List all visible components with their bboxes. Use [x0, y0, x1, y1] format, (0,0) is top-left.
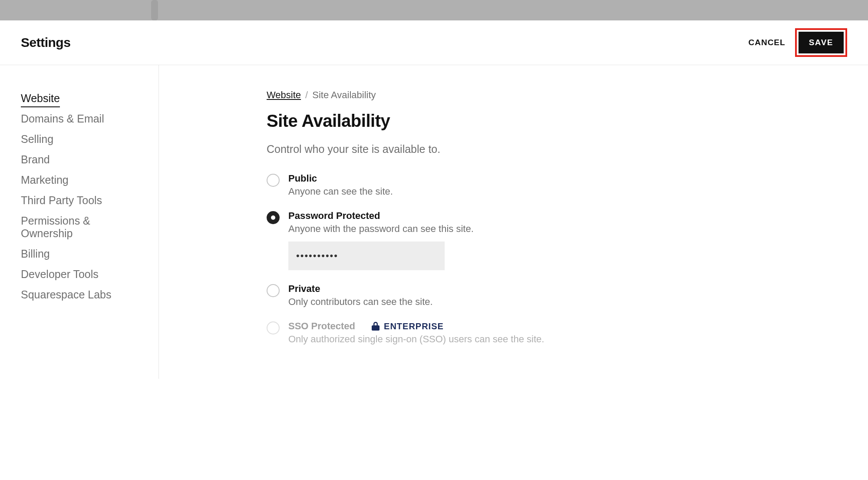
- option-private-title: Private: [288, 283, 611, 295]
- modal-backdrop: [0, 0, 868, 20]
- sidebar-item-selling[interactable]: Selling: [21, 130, 53, 148]
- sidebar-item-billing[interactable]: Billing: [21, 245, 50, 263]
- option-password-title: Password Protected: [288, 210, 611, 222]
- option-sso-title: SSO Protected ENTERPRISE: [288, 321, 611, 332]
- option-password-body: Password Protected Anyone with the passw…: [288, 210, 611, 270]
- lock-icon: [372, 322, 380, 331]
- breadcrumb-root-link[interactable]: Website: [267, 89, 301, 101]
- sidebar-item-developer-tools[interactable]: Developer Tools: [21, 265, 99, 283]
- option-sso-desc: Only authorized single sign-on (SSO) use…: [288, 334, 611, 345]
- sidebar-item-third-party-tools[interactable]: Third Party Tools: [21, 192, 102, 209]
- enterprise-badge-label: ENTERPRISE: [384, 321, 444, 331]
- option-password-protected: Password Protected Anyone with the passw…: [267, 210, 611, 270]
- sidebar-item-permissions-ownership[interactable]: Permissions & Ownership: [21, 212, 138, 242]
- option-public-desc: Anyone can see the site.: [288, 186, 611, 197]
- settings-modal: Settings CANCEL SAVE Website Domains & E…: [0, 20, 868, 379]
- breadcrumb-current: Site Availability: [312, 89, 376, 101]
- option-public-body: Public Anyone can see the site.: [288, 173, 611, 197]
- sidebar-item-brand[interactable]: Brand: [21, 151, 50, 169]
- option-sso-protected: SSO Protected ENTERPRISE Only authorized…: [267, 321, 611, 345]
- radio-password-protected[interactable]: [267, 211, 280, 224]
- save-highlight-box: SAVE: [795, 28, 847, 57]
- sidebar-item-marketing[interactable]: Marketing: [21, 171, 69, 189]
- option-private: Private Only contributors can see the si…: [267, 283, 611, 308]
- option-public-title-text: Public: [288, 173, 317, 184]
- modal-header: Settings CANCEL SAVE: [0, 20, 868, 65]
- option-public-title: Public: [288, 173, 611, 184]
- radio-public[interactable]: [267, 174, 280, 187]
- modal-body: Website Domains & Email Selling Brand Ma…: [0, 65, 868, 379]
- save-button[interactable]: SAVE: [799, 32, 844, 53]
- backdrop-scrollbar: [151, 0, 158, 20]
- enterprise-badge[interactable]: ENTERPRISE: [372, 321, 444, 331]
- breadcrumb-separator: /: [305, 89, 308, 101]
- content-pane: Website / Site Availability Site Availab…: [159, 65, 637, 379]
- radio-private[interactable]: [267, 284, 280, 297]
- option-password-desc: Anyone with the password can see this si…: [288, 223, 611, 235]
- site-password-input[interactable]: [288, 242, 445, 270]
- sidebar-item-website[interactable]: Website: [21, 89, 60, 107]
- option-sso-body: SSO Protected ENTERPRISE Only authorized…: [288, 321, 611, 345]
- cancel-button[interactable]: CANCEL: [744, 32, 789, 53]
- option-public: Public Anyone can see the site.: [267, 173, 611, 197]
- option-private-desc: Only contributors can see the site.: [288, 296, 611, 308]
- page-title: Site Availability: [267, 111, 611, 131]
- option-private-body: Private Only contributors can see the si…: [288, 283, 611, 308]
- sidebar-nav-list: Website Domains & Email Selling Brand Ma…: [21, 89, 138, 306]
- breadcrumb: Website / Site Availability: [267, 89, 611, 101]
- settings-sidebar: Website Domains & Email Selling Brand Ma…: [0, 65, 159, 379]
- radio-sso-protected: [267, 321, 280, 334]
- option-sso-title-text: SSO Protected: [288, 321, 355, 332]
- page-description: Control who your site is available to.: [267, 143, 611, 156]
- option-private-title-text: Private: [288, 283, 320, 295]
- sidebar-item-squarespace-labs[interactable]: Squarespace Labs: [21, 286, 111, 304]
- sidebar-item-domains-email[interactable]: Domains & Email: [21, 110, 104, 128]
- option-password-title-text: Password Protected: [288, 210, 380, 222]
- header-actions: CANCEL SAVE: [744, 28, 847, 57]
- modal-title: Settings: [21, 35, 70, 50]
